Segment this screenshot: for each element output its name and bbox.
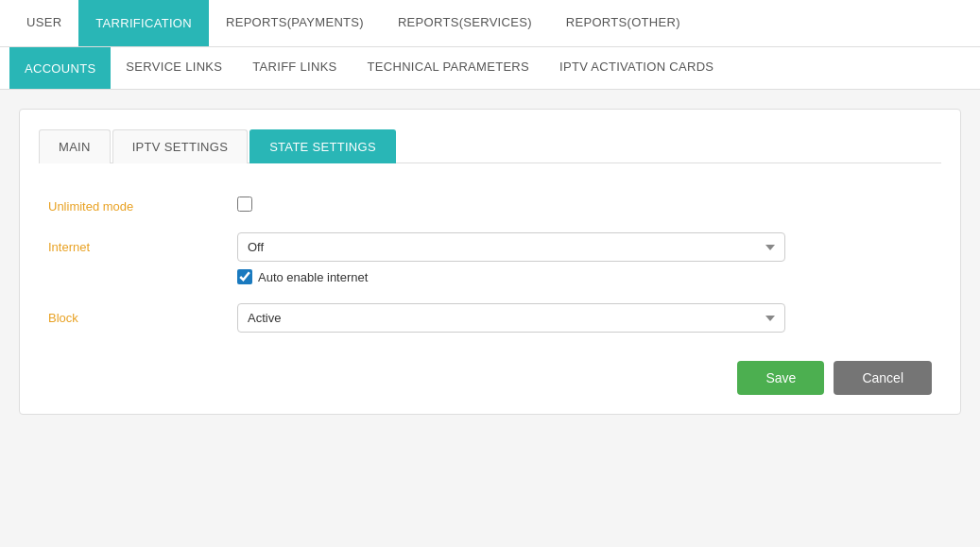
auto-enable-row: Auto enable internet [237,269,785,284]
nav-item-tariff-links[interactable]: TARIFF LINKS [237,47,352,89]
nav-item-reports-services[interactable]: REPORTS(SERVICES) [381,0,549,46]
unlimited-mode-checkbox-wrap [237,192,785,212]
block-row: Block Active Blocked [39,303,941,333]
internet-row: Internet Off On Auto enable internet [39,232,941,284]
nav-item-reports-other[interactable]: REPORTS(OTHER) [549,0,697,46]
cancel-button[interactable]: Cancel [834,361,932,395]
save-button[interactable]: Save [737,361,824,395]
nav-item-accounts[interactable]: ACCOUNTS [9,47,111,89]
nav-item-service-links[interactable]: SERVICE LINKS [111,47,237,89]
block-label: Block [48,303,237,325]
nav-item-user[interactable]: USER [9,0,78,46]
top-navigation: USER TARRIFICATION REPORTS(PAYMENTS) REP… [0,0,980,47]
tab-bar: MAIN IPTV SETTINGS STATE SETTINGS [39,128,941,163]
nav-item-tarrification[interactable]: TARRIFICATION [78,0,209,46]
block-select[interactable]: Active Blocked [237,303,785,333]
unlimited-mode-row: Unlimited mode [39,192,941,214]
internet-select[interactable]: Off On [237,232,785,262]
auto-enable-checkbox[interactable] [237,269,252,284]
unlimited-mode-label: Unlimited mode [48,192,237,214]
tab-iptv-settings[interactable]: IPTV SETTINGS [112,129,248,163]
button-row: Save Cancel [39,351,941,395]
nav-item-technical-parameters[interactable]: TECHNICAL PARAMETERS [352,47,544,89]
auto-enable-label: Auto enable internet [258,270,368,284]
unlimited-mode-checkbox[interactable] [237,197,252,212]
tab-main[interactable]: MAIN [39,129,111,163]
second-navigation: ACCOUNTS SERVICE LINKS TARIFF LINKS TECH… [0,47,980,90]
block-control: Active Blocked [237,303,785,333]
internet-control: Off On Auto enable internet [237,232,785,284]
unlimited-mode-control [237,192,785,212]
tab-state-settings[interactable]: STATE SETTINGS [249,129,396,163]
nav-item-reports-payments[interactable]: REPORTS(PAYMENTS) [209,0,381,46]
nav-item-iptv-activation-cards[interactable]: IPTV ACTIVATION CARDS [544,47,729,89]
internet-label: Internet [48,232,237,254]
main-content: MAIN IPTV SETTINGS STATE SETTINGS Unlimi… [0,90,980,434]
content-card: MAIN IPTV SETTINGS STATE SETTINGS Unlimi… [19,109,961,415]
